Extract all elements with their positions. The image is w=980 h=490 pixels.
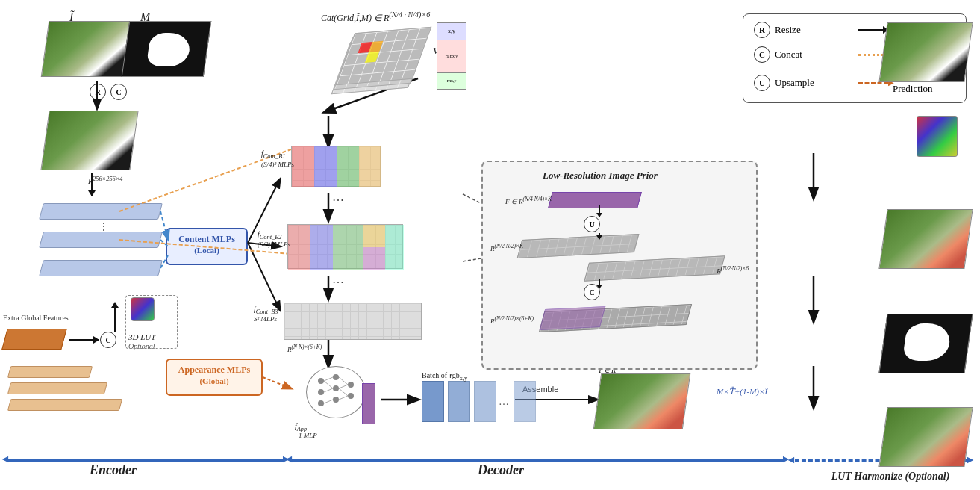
rnn-label: R(N·N)×(6+K) — [287, 344, 322, 353]
s2-mlps2-label: S² MLPs — [254, 315, 277, 323]
svg-line-33 — [324, 381, 333, 388]
purple-slab-input — [362, 383, 375, 424]
output-mask — [878, 314, 973, 373]
dots-decoder-2: … — [332, 273, 346, 286]
svg-point-29 — [333, 397, 339, 403]
upsample-u-circle: U — [584, 216, 600, 232]
appearance-slab-2 — [7, 382, 107, 394]
arrow-f-down — [599, 205, 600, 217]
fcont-b1-label: fCont_B1 — [261, 149, 285, 160]
gray-slab-2 — [584, 255, 725, 281]
content-mlps-box: Content MLPs(Local) — [166, 228, 248, 265]
fapp-label: fApp — [295, 422, 307, 432]
nn-svg — [310, 370, 362, 415]
mask-image — [122, 21, 212, 77]
one-mlp-label: 1 MLP — [299, 432, 317, 439]
m-cell: mx,y — [437, 73, 466, 90]
batch-label: Batch of r̄gbx,y — [422, 371, 467, 382]
concat-label: Concat — [775, 49, 802, 61]
svg-line-34 — [324, 388, 333, 392]
batch-rect-4 — [514, 381, 536, 422]
concat-circle-lut: C — [100, 332, 116, 348]
dots-decoder-1: … — [332, 190, 346, 204]
diagram-container: R Resize Normal Process C Concat Skip Co… — [0, 0, 980, 490]
lowres-box: Low-Resolution Image Prior F ∈ R(N/4·N/4… — [481, 161, 758, 370]
appearance-slab-3 — [7, 399, 122, 411]
encoder-slab-3 — [39, 260, 163, 276]
arrow-u-down — [599, 233, 600, 239]
arrow-up-to-lut — [114, 303, 116, 332]
output-dog-2 — [878, 209, 973, 269]
fcont-b3-label: fCont_B3 — [254, 305, 278, 315]
svg-line-6 — [263, 377, 291, 388]
combined-image — [40, 111, 138, 170]
rc-circles: R — [90, 84, 106, 100]
appearance-mlps-label: Appearance MLPs(Global) — [172, 365, 257, 387]
F-slab — [548, 192, 642, 208]
svg-point-30 — [348, 382, 354, 388]
batch-rect-1 — [422, 381, 444, 422]
dots-encoder: ⋮ — [99, 220, 109, 233]
decoder-block-b1 — [291, 146, 381, 187]
svg-line-37 — [339, 385, 348, 388]
svg-point-24 — [318, 378, 324, 384]
r-n2-6-label: R(N/2·N/2)×6 — [717, 265, 749, 275]
encoder-slab-2 — [39, 232, 163, 248]
rgb-cell: rgbx,y — [437, 40, 466, 73]
legend-resize: R Resize — [754, 22, 851, 38]
final-formula: M×T̄+(1-M)×Ĩ — [717, 387, 767, 397]
lowres-title: Low-Resolution Image Prior — [543, 170, 816, 182]
decoder-arrow — [291, 459, 784, 462]
upsample-label: Upsample — [775, 77, 814, 89]
batch-dots: … — [499, 396, 509, 408]
xy-cell: x,y — [437, 23, 466, 40]
svg-point-25 — [318, 389, 324, 395]
content-mlps-label: Content MLPs(Local) — [172, 234, 242, 256]
upsample-circle: U — [754, 75, 770, 91]
encoder-label: Encoder — [90, 462, 137, 478]
svg-point-27 — [333, 374, 339, 380]
s4-mlps-label: (S/4)² MLPs — [261, 161, 294, 168]
resize-label: Resize — [775, 24, 801, 36]
fcont-b2-label: fCont_B2 — [258, 230, 281, 241]
optional-box — [125, 295, 178, 349]
svg-point-26 — [318, 400, 324, 406]
arrow-extra-to-c — [69, 339, 99, 341]
encoder-arrow — [7, 459, 284, 462]
gray-slab-1 — [517, 234, 640, 258]
upsample-label: R(N/2·N/2)×K — [490, 243, 523, 252]
t-bar-plane — [593, 373, 691, 429]
decoder-block-b2 — [287, 224, 403, 269]
encoder-slab-1 — [39, 203, 163, 220]
svg-line-39 — [339, 396, 348, 400]
column-vector: x,y rgbx,y mx,y — [437, 22, 466, 90]
decoder-block-b3 — [284, 303, 422, 340]
appearance-slab-1 — [7, 366, 93, 378]
s2-mlps-label: (S/2)² MLPs — [258, 241, 290, 248]
F-label: F ∈ R(N/4·N/4)×K — [505, 196, 552, 205]
output-final — [878, 407, 973, 467]
cat-formula: Cat(Grid,Ĩ,M) ∈ R(N/4 · N/4)×6 — [321, 10, 430, 24]
batch-rect-3 — [474, 381, 496, 422]
svg-line-38 — [339, 388, 348, 396]
extra-global-slab — [1, 329, 67, 350]
svg-point-31 — [348, 393, 354, 399]
resize-circle: R — [754, 22, 770, 38]
svg-line-36 — [339, 377, 348, 385]
legend-concat: C Concat — [754, 43, 851, 66]
arrow-c-down — [599, 279, 600, 288]
svg-point-28 — [333, 385, 339, 391]
output-dog-1 — [878, 22, 973, 82]
normal-process-arrow — [858, 29, 888, 31]
purple-concat-half — [540, 306, 606, 330]
neural-net-icon — [306, 366, 366, 418]
svg-line-35 — [324, 400, 333, 403]
appearance-mlps-box: Appearance MLPs(Global) — [166, 359, 263, 396]
concat-circle: C — [754, 46, 770, 63]
svg-line-5 — [248, 243, 280, 310]
arrow-combined-down — [91, 173, 93, 196]
lut-label: LUT Harmonize (Optional) — [808, 471, 973, 483]
svg-line-32 — [324, 377, 333, 381]
rc-c-circle: C — [110, 84, 127, 100]
decoder-label: Decoder — [478, 462, 524, 478]
